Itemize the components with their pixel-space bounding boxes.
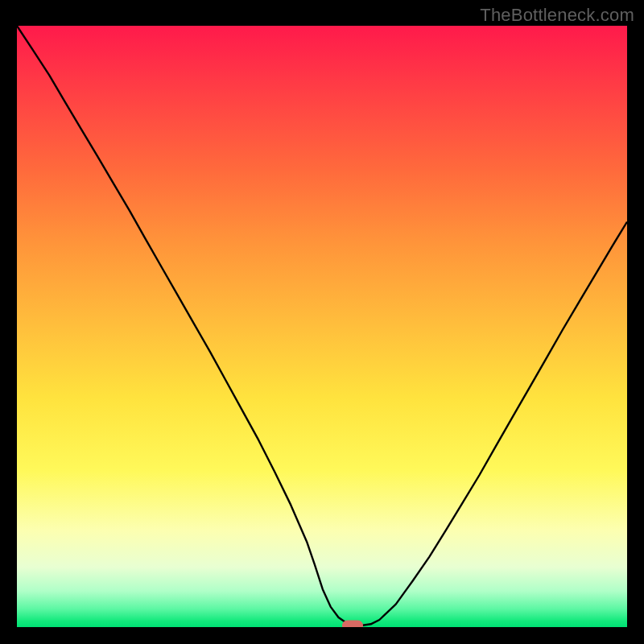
optimal-marker	[342, 620, 363, 627]
watermark-text: TheBottleneck.com	[480, 5, 634, 26]
curve-path	[17, 26, 627, 625]
plot-area	[17, 26, 627, 627]
chart-frame: TheBottleneck.com	[0, 0, 644, 644]
bottleneck-curve	[17, 26, 627, 627]
